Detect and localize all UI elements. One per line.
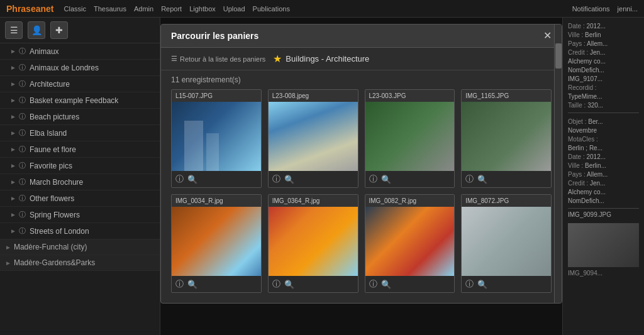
zoom-icon[interactable]: 🔍	[477, 175, 487, 184]
sidebar-item-label: Madère-Gardens&Parks	[14, 258, 95, 267]
image-thumbnail[interactable]	[269, 102, 358, 171]
content-area: Parcourir les paniers ✕ ☰ Retour à la li…	[160, 18, 562, 335]
image-filename: IMG_8072.JPG	[462, 195, 551, 207]
sidebar-item-label: Madère-Funchal (city)	[14, 243, 87, 251]
nav-classic[interactable]: Classic	[64, 5, 86, 13]
modal-scrollbar[interactable]	[554, 25, 562, 303]
sidebar-item-label: Favorite pics	[30, 162, 72, 170]
add-btn[interactable]: ✚	[50, 21, 68, 39]
expand-icon: ►	[10, 228, 16, 234]
image-footer: ⓘ 🔍	[462, 171, 551, 187]
meta-label: Credit :	[568, 180, 590, 187]
modal-close-button[interactable]: ✕	[543, 31, 552, 41]
expand-icon: ►	[10, 195, 16, 202]
sidebar-item-favorite[interactable]: ► ⓘ Favorite pics	[0, 158, 160, 174]
image-card-l23-003: L23-003.JPG ⓘ 🔍	[365, 89, 455, 188]
info-icon[interactable]: ⓘ	[465, 278, 474, 290]
info-icon[interactable]: ⓘ	[175, 173, 184, 185]
image-thumbnail[interactable]	[365, 102, 455, 171]
meta-label: Objet :	[568, 118, 588, 125]
user-label[interactable]: jenni...	[618, 5, 638, 13]
image-thumbnail[interactable]	[172, 102, 261, 171]
modal-subheader: ☰ Retour à la liste des paniers ★ Buildi…	[161, 48, 562, 70]
basket-icon: ⓘ	[19, 128, 26, 138]
thumbnail-visual	[172, 102, 261, 171]
basket-icon: ⓘ	[19, 226, 26, 236]
zoom-icon[interactable]: 🔍	[284, 175, 294, 184]
sidebar-item-label: Streets of London	[30, 227, 89, 236]
meta-value: Novembre	[568, 127, 597, 134]
star-icon: ★	[273, 53, 282, 65]
nav-report[interactable]: Report	[161, 5, 182, 13]
meta-value: Berlin ; Re...	[568, 145, 602, 151]
zoom-icon[interactable]: 🔍	[381, 175, 391, 184]
right-panel-thumbnail	[568, 223, 639, 267]
sidebar-item-architecture[interactable]: ► ⓘ Architecture	[0, 76, 160, 92]
zoom-icon[interactable]: 🔍	[284, 280, 294, 289]
image-thumbnail[interactable]	[172, 207, 261, 276]
info-icon[interactable]: ⓘ	[369, 173, 377, 185]
image-footer: ⓘ 🔍	[462, 276, 551, 292]
meta-value: Allem...	[587, 171, 608, 178]
meta-label: Recordid :	[568, 84, 597, 91]
zoom-icon[interactable]: 🔍	[187, 175, 197, 184]
meta-ville2: Ville : Berlin...	[568, 162, 639, 169]
meta-alchemy2: Alchemy co...	[568, 189, 639, 195]
image-thumbnail[interactable]	[462, 102, 551, 171]
sidebar-item-beach[interactable]: ► ⓘ Beach pictures	[0, 109, 160, 125]
image-filename: IMG_0034_R.jpg	[172, 195, 261, 207]
back-label: Retour à la liste des paniers	[180, 55, 265, 63]
info-icon[interactable]: ⓘ	[175, 278, 184, 290]
image-thumbnail[interactable]	[462, 207, 551, 276]
sidebar-item-other[interactable]: ► ⓘ Other flowers	[0, 190, 160, 207]
info-icon[interactable]: ⓘ	[272, 278, 280, 290]
meta-value: 2012...	[586, 153, 606, 160]
expand-icon: ►	[10, 48, 16, 55]
sidebar-item-animaux[interactable]: ► ⓘ Animaux	[0, 43, 160, 60]
view-toggle-btn[interactable]: ☰	[5, 21, 23, 39]
sidebar-item-faune[interactable]: ► ⓘ Faune et flore	[0, 141, 160, 158]
expand-icon: ►	[10, 178, 16, 185]
info-icon[interactable]: ⓘ	[272, 173, 280, 185]
nav-publications[interactable]: Publications	[253, 5, 290, 13]
meta-date2: Date : 2012...	[568, 153, 639, 160]
image-card-img0364: IMG_0364_R.jpg ⓘ 🔍	[268, 194, 358, 293]
user-btn[interactable]: 👤	[28, 21, 45, 39]
image-thumbnail[interactable]	[269, 207, 358, 276]
sidebar-item-spring[interactable]: ► ⓘ Spring Flowers	[0, 207, 160, 223]
sidebar-item-march[interactable]: ► ⓘ March Brochure	[0, 174, 160, 190]
nav-admin[interactable]: Admin	[134, 5, 153, 13]
meta-label: Taille :	[568, 102, 587, 109]
meta-img-ref: IMG_9107...	[568, 75, 639, 82]
sidebar-item-label: Animaux	[30, 47, 59, 56]
sidebar-item-madere-city[interactable]: ► Madère-Funchal (city)	[0, 239, 160, 255]
sidebar-item-label: Animaux de Londres	[30, 63, 99, 72]
sidebar-item-madere-parks[interactable]: ► Madère-Gardens&Parks	[0, 255, 160, 271]
count-text: 11 enregistrement(s)	[171, 75, 241, 84]
nav-upload[interactable]: Upload	[223, 5, 245, 13]
meta-value: Jen...	[590, 49, 605, 56]
basket-icon: ⓘ	[19, 79, 26, 89]
meta-alchemy1: Alchemy co...	[568, 58, 639, 65]
zoom-icon[interactable]: 🔍	[477, 280, 487, 289]
meta-typemime: TypeMime...	[568, 93, 639, 100]
meta-novembre: Novembre	[568, 127, 639, 134]
back-to-list-link[interactable]: ☰ Retour à la liste des paniers	[171, 55, 265, 63]
hamburger-icon: ☰	[171, 55, 177, 63]
zoom-icon[interactable]: 🔍	[381, 280, 391, 289]
meta-label: MotaCles :	[568, 136, 598, 143]
nav-thesaurus[interactable]: Thesaurus	[94, 5, 126, 13]
sidebar-item-streets[interactable]: ► ⓘ Streets of London	[0, 223, 160, 239]
info-icon[interactable]: ⓘ	[369, 278, 377, 290]
meta-value: TypeMime...	[568, 93, 602, 100]
zoom-icon[interactable]: 🔍	[187, 280, 197, 289]
sidebar-item-elba[interactable]: ► ⓘ Elba Island	[0, 125, 160, 141]
sidebar-item-animaux-london[interactable]: ► ⓘ Animaux de Londres	[0, 60, 160, 76]
info-icon[interactable]: ⓘ	[465, 173, 474, 185]
image-thumbnail[interactable]	[365, 207, 455, 276]
record-count: 11 enregistrement(s)	[161, 70, 562, 89]
notifications-label[interactable]: Notifications	[572, 5, 610, 13]
nav-lightbox[interactable]: Lightbox	[189, 5, 216, 13]
sidebar-toolbar: ☰ 👤 ✚	[0, 18, 160, 43]
sidebar-item-basket[interactable]: ► ⓘ Basket example Feedback	[0, 92, 160, 109]
